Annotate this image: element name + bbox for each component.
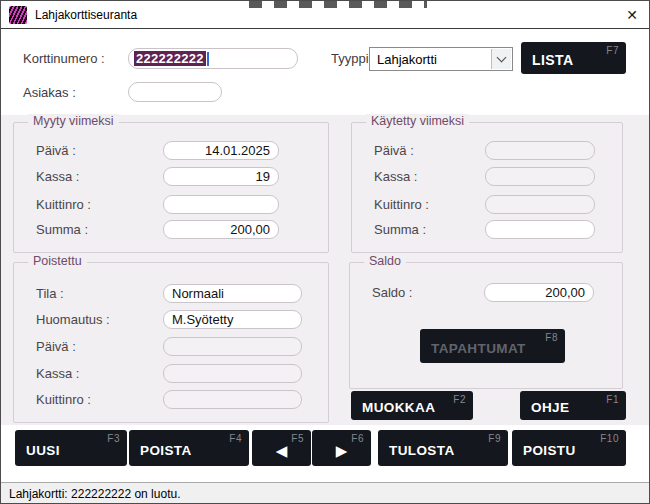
status-bar: Lahjakortti: 222222222 on luotu. [1, 482, 649, 504]
myyty-summa-field[interactable]: 200,00 [163, 220, 279, 239]
chevron-down-icon [497, 52, 507, 62]
saldo-field[interactable]: 200,00 [484, 283, 594, 302]
tapahtumat-button[interactable]: TAPAHTUMAT F8 [420, 329, 565, 363]
close-icon[interactable]: ✕ [621, 5, 643, 25]
tila-label: Tila : [36, 284, 64, 303]
group-saldo: Saldo Saldo : 200,00 TAPAHTUMAT F8 [349, 262, 623, 389]
myyty-paiva-field[interactable]: 14.01.2025 [163, 141, 279, 160]
kaytetty-kuittinro-field[interactable] [485, 195, 595, 214]
poistu-fkey: F10 [600, 433, 619, 444]
window-title: Lahjakorttiseuranta [35, 8, 137, 22]
poistu-button[interactable]: POISTU F10 [512, 430, 626, 466]
uusi-fkey: F3 [107, 433, 120, 444]
kaytetty-kassa-field[interactable] [485, 167, 595, 186]
paiva-label: Päivä : [36, 337, 76, 356]
lista-button[interactable]: LISTA F7 [521, 42, 626, 74]
korttinumero-input[interactable]: 222222222 [128, 48, 298, 69]
poistettu-paiva-field[interactable] [163, 337, 302, 356]
ohje-button[interactable]: OHJE F1 [520, 391, 626, 420]
group-title: Käytetty viimeksi [366, 114, 469, 128]
tyyppi-select[interactable]: Lahjakortti [369, 47, 513, 71]
previous-fkey: F5 [291, 433, 304, 444]
poista-fkey: F4 [229, 433, 242, 444]
group-poistettu: Poistettu Tila : Normaali Huomautus : M.… [13, 262, 329, 423]
poista-button[interactable]: POISTA F4 [129, 430, 249, 466]
summa-label: Summa : [374, 220, 426, 239]
arrow-right-icon: ▶ [336, 442, 348, 460]
next-fkey: F6 [351, 433, 364, 444]
arrow-left-icon: ◀ [276, 442, 288, 460]
group-title: Poistettu [28, 254, 87, 268]
group-title: Myyty viimeksi [28, 114, 119, 128]
header-panel: Korttinumero : 222222222 Tyyppi : Lahjak… [1, 30, 649, 115]
kuittinro-label: Kuittinro : [36, 390, 91, 409]
huomautus-field[interactable]: M.Syötetty [163, 310, 302, 329]
paiva-label: Päivä : [374, 141, 414, 160]
lista-fkey: F7 [606, 45, 619, 56]
kuittinro-label: Kuittinro : [374, 195, 429, 214]
tapahtumat-fkey: F8 [545, 332, 558, 343]
kassa-label: Kassa : [36, 167, 79, 186]
tila-field[interactable]: Normaali [163, 284, 302, 303]
group-kaytetty-viimeksi: Käytetty viimeksi Päivä : Kassa : Kuitti… [351, 122, 623, 253]
asiakas-input[interactable] [128, 82, 222, 102]
app-window: Lahjakorttiseuranta ✕ Korttinumero : 222… [0, 0, 650, 504]
poistettu-kuittinro-field[interactable] [163, 390, 302, 409]
kuittinro-label: Kuittinro : [36, 195, 91, 214]
muokkaa-button[interactable]: MUOKKAA F2 [351, 391, 473, 420]
group-myyty-viimeksi: Myyty viimeksi Päivä : 14.01.2025 Kassa … [13, 122, 329, 253]
tulosta-fkey: F9 [488, 433, 501, 444]
asiakas-label: Asiakas : [23, 82, 76, 103]
myyty-kassa-field[interactable]: 19 [163, 167, 279, 186]
summa-label: Summa : [36, 220, 88, 239]
next-button[interactable]: ▶ F6 [312, 430, 371, 466]
uusi-button[interactable]: UUSI F3 [15, 430, 127, 466]
poistettu-kassa-field[interactable] [163, 364, 302, 383]
huomautus-label: Huomautus : [36, 310, 110, 329]
dropdown-arrow-button[interactable] [491, 49, 511, 69]
kaytetty-summa-field[interactable] [485, 220, 595, 239]
group-title: Saldo [364, 254, 406, 268]
paiva-label: Päivä : [36, 141, 76, 160]
status-text: Lahjakortti: 222222222 on luotu. [9, 487, 180, 501]
clipped-logo-fragment [249, 1, 427, 8]
title-bar: Lahjakorttiseuranta ✕ [1, 1, 649, 29]
text-caret [207, 52, 209, 66]
tyyppi-selected-value: Lahjakortti [377, 52, 437, 67]
kassa-label: Kassa : [374, 167, 417, 186]
saldo-label: Saldo : [372, 283, 412, 302]
selected-text: 222222222 [134, 51, 206, 66]
previous-button[interactable]: ◀ F5 [252, 430, 311, 466]
app-icon [9, 6, 27, 24]
tulosta-button[interactable]: TULOSTA F9 [378, 430, 508, 466]
kassa-label: Kassa : [36, 364, 79, 383]
korttinumero-label: Korttinumero : [23, 48, 105, 69]
ohje-fkey: F1 [606, 394, 619, 405]
myyty-kuittinro-field[interactable] [163, 195, 279, 214]
muokkaa-fkey: F2 [453, 394, 466, 405]
kaytetty-paiva-field[interactable] [485, 141, 595, 160]
